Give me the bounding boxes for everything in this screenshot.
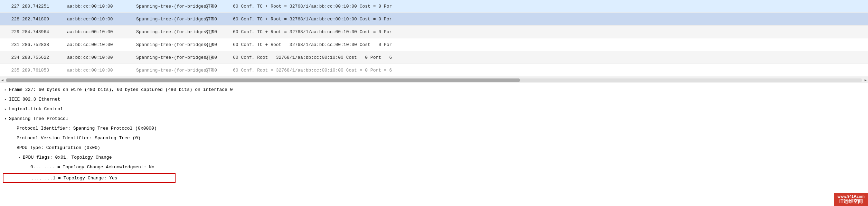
col-no: 234 xyxy=(1,55,22,60)
col-info: 60 Conf. TC + Root = 32768/1/aa:bb:cc:00… xyxy=(233,42,867,47)
col-dst: Spanning-tree-(for-bridges)_00 xyxy=(136,4,205,9)
expand-icon: ▸ xyxy=(3,97,8,102)
col-no: 227 xyxy=(1,4,22,9)
scroll-left-button[interactable]: ◀ xyxy=(0,78,5,82)
col-dst: Spanning-tree-(for-bridges)_00 xyxy=(136,17,205,22)
stp-detail-text: Spanning Tree Protocol xyxy=(9,116,68,121)
col-info: 60 Conf. Root = 32768/1/aa:bb:cc:00:10:0… xyxy=(233,68,867,73)
col-src: aa:bb:cc:00:10:00 xyxy=(67,55,136,60)
tc-ack-text: 0... .... = Topology Change Acknowledgme… xyxy=(30,165,154,170)
col-time: 282.741809 xyxy=(22,17,67,22)
bpdu-flags-text: BPDU flags: 0x01, Topology Change xyxy=(23,155,112,160)
scroll-track[interactable] xyxy=(6,78,862,82)
col-proto: STP xyxy=(205,55,233,60)
col-proto: STP xyxy=(205,4,233,9)
tc-highlighted-text: .... ...1 = Topology Change: Yes xyxy=(31,176,117,181)
watermark: www.941P.com IT运维空间 xyxy=(834,193,868,206)
col-proto: STP xyxy=(205,68,233,73)
packet-row[interactable]: 228 282.741809 aa:bb:cc:00:10:00 Spannin… xyxy=(0,13,868,26)
col-proto: STP xyxy=(205,17,233,22)
packet-row[interactable]: 234 288.755622 aa:bb:cc:00:10:00 Spannin… xyxy=(0,51,868,64)
ethernet-detail-row[interactable]: ▸ IEEE 802.3 Ethernet xyxy=(3,94,865,104)
tc-ack-row: 0... .... = Topology Change Acknowledgme… xyxy=(3,162,865,172)
col-no: 229 xyxy=(1,29,22,35)
packet-list: 227 280.742251 aa:bb:cc:00:10:00 Spannin… xyxy=(0,0,868,77)
col-no: 235 xyxy=(1,68,22,73)
col-no: 228 xyxy=(1,17,22,22)
expand-icon: ▾ xyxy=(17,155,22,160)
col-time: 288.755622 xyxy=(22,55,67,60)
col-dst: Spanning-tree-(for-bridges)_00 xyxy=(136,55,205,60)
protocol-id-row: Protocol Identifier: Spanning Tree Proto… xyxy=(3,123,865,133)
frame-detail-text: Frame 227: 60 bytes on wire (480 bits), … xyxy=(9,87,233,92)
packet-row[interactable]: 227 280.742251 aa:bb:cc:00:10:00 Spannin… xyxy=(0,0,868,13)
col-src: aa:bb:cc:00:10:00 xyxy=(67,68,136,73)
bpdu-type-row: BPDU Type: Configuration (0x00) xyxy=(3,143,865,152)
horizontal-scrollbar[interactable]: ◀ ▶ xyxy=(0,77,868,83)
tc-highlighted-row: .... ...1 = Topology Change: Yes xyxy=(3,173,176,183)
scroll-thumb[interactable] xyxy=(6,78,520,82)
col-proto: STP xyxy=(205,29,233,35)
packet-row[interactable]: 231 286.752838 aa:bb:cc:00:10:00 Spannin… xyxy=(0,38,868,51)
col-src: aa:bb:cc:00:10:00 xyxy=(67,4,136,9)
col-info: 60 Conf. TC + Root = 32768/1/aa:bb:cc:00… xyxy=(233,17,867,22)
col-src: aa:bb:cc:00:10:00 xyxy=(67,42,136,47)
col-dst: Spanning-tree-(for-bridges)_00 xyxy=(136,29,205,35)
llc-detail-row[interactable]: ▸ Logical-Link Control xyxy=(3,104,865,114)
frame-detail-row[interactable]: ▸ Frame 227: 60 bytes on wire (480 bits)… xyxy=(3,85,865,94)
col-time: 280.742251 xyxy=(22,4,67,9)
watermark-label: IT运维空间 xyxy=(838,198,865,205)
col-info: 60 Conf. TC + Root = 32768/1/aa:bb:cc:00… xyxy=(233,29,867,35)
ethernet-detail-text: IEEE 802.3 Ethernet xyxy=(9,97,60,102)
stp-detail-row[interactable]: ▾ Spanning Tree Protocol xyxy=(3,114,865,123)
bpdu-flags-row[interactable]: ▾ BPDU flags: 0x01, Topology Change xyxy=(3,152,865,162)
expand-icon: ▾ xyxy=(3,116,8,121)
col-dst: Spanning-tree-(for-bridges)_00 xyxy=(136,68,205,73)
col-src: aa:bb:cc:00:10:00 xyxy=(67,17,136,22)
col-proto: STP xyxy=(205,42,233,47)
protocol-ver-text: Protocol Version Identifier: Spanning Tr… xyxy=(17,135,141,141)
protocol-ver-row: Protocol Version Identifier: Spanning Tr… xyxy=(3,133,865,143)
tc-highlighted-container: .... ...1 = Topology Change: Yes xyxy=(3,172,865,184)
expand-icon: ▸ xyxy=(3,107,8,111)
protocol-id-text: Protocol Identifier: Spanning Tree Proto… xyxy=(17,126,157,131)
packet-row[interactable]: 235 289.761053 aa:bb:cc:00:10:00 Spannin… xyxy=(0,64,868,77)
packet-row[interactable]: 229 284.743964 aa:bb:cc:00:10:00 Spannin… xyxy=(0,26,868,38)
scroll-right-button[interactable]: ▶ xyxy=(863,78,868,82)
llc-detail-text: Logical-Link Control xyxy=(9,106,63,112)
col-dst: Spanning-tree-(for-bridges)_00 xyxy=(136,42,205,47)
col-time: 289.761053 xyxy=(22,68,67,73)
col-src: aa:bb:cc:00:10:00 xyxy=(67,29,136,35)
watermark-site: www.941P.com xyxy=(838,194,865,198)
col-info: 60 Conf. TC + Root = 32768/1/aa:bb:cc:00… xyxy=(233,4,867,9)
col-time: 284.743964 xyxy=(22,29,67,35)
expand-icon: ▸ xyxy=(3,87,8,92)
col-no: 231 xyxy=(1,42,22,47)
packet-detail: ▸ Frame 227: 60 bytes on wire (480 bits)… xyxy=(0,83,868,186)
col-info: 60 Conf. Root = 32768/1/aa:bb:cc:00:10:0… xyxy=(233,55,867,60)
bpdu-type-text: BPDU Type: Configuration (0x00) xyxy=(17,145,100,150)
col-time: 286.752838 xyxy=(22,42,67,47)
